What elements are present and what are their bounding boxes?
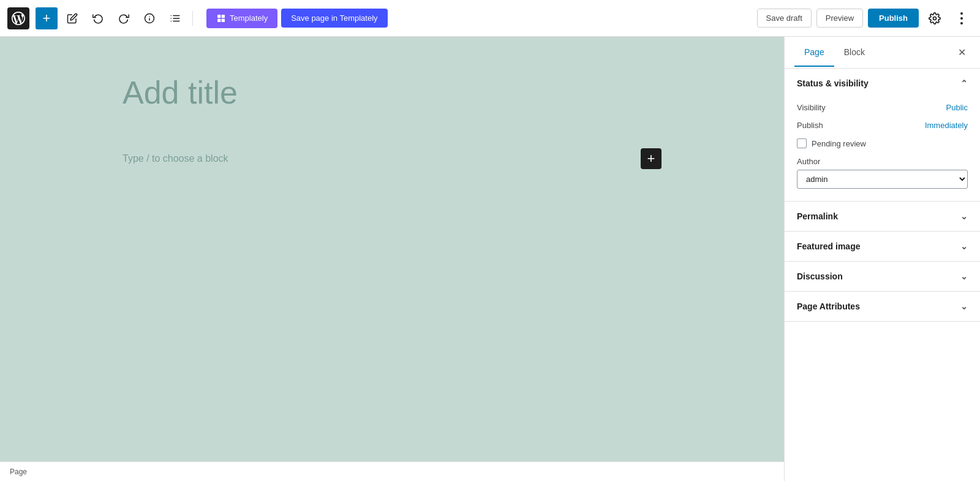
block-placeholder-text: Type / to choose a block [123, 153, 228, 164]
settings-button[interactable] [924, 7, 946, 29]
section-featured-image-header[interactable]: Featured image ⌄ [785, 232, 980, 261]
section-discussion: Discussion ⌄ [785, 262, 980, 292]
svg-point-16 [960, 22, 963, 25]
toolbar: + Templately Save page in Templately Sav… [0, 0, 980, 37]
chevron-down-icon-permalink: ⌄ [960, 211, 968, 221]
section-featured-image: Featured image ⌄ [785, 232, 980, 262]
pending-review-label: Pending review [812, 139, 866, 148]
toolbar-right: Save draft Preview Publish [757, 7, 973, 29]
section-status-visibility: Status & visibility ⌃ Visibility Public … [785, 69, 980, 202]
section-status-visibility-title: Status & visibility [797, 78, 869, 88]
toolbar-divider-1 [192, 11, 193, 26]
tools-button[interactable] [61, 7, 83, 29]
save-page-templately-button[interactable]: Save page in Templately [281, 9, 387, 28]
chevron-up-icon: ⌃ [960, 78, 968, 88]
section-discussion-header[interactable]: Discussion ⌄ [785, 262, 980, 291]
add-block-button[interactable]: + [36, 7, 58, 29]
undo-button[interactable] [87, 7, 109, 29]
more-options-button[interactable] [951, 7, 973, 29]
publish-label: Publish [797, 121, 823, 130]
section-status-visibility-header[interactable]: Status & visibility ⌃ [785, 69, 980, 98]
author-label: Author [797, 157, 968, 166]
section-permalink: Permalink ⌄ [785, 202, 980, 232]
wp-logo[interactable] [7, 7, 29, 29]
chevron-down-icon-featured: ⌄ [960, 241, 968, 251]
tab-block[interactable]: Block [834, 39, 875, 67]
preview-button[interactable]: Preview [816, 9, 863, 28]
author-select[interactable]: admin [797, 170, 968, 189]
sidebar-tabs: Page Block [794, 39, 875, 67]
svg-point-13 [933, 17, 937, 20]
section-page-attributes: Page Attributes ⌄ [785, 292, 980, 322]
svg-rect-9 [217, 15, 221, 18]
author-row: Author admin [797, 157, 968, 189]
visibility-value[interactable]: Public [946, 103, 968, 112]
chevron-down-icon-discussion: ⌄ [960, 271, 968, 281]
editor-area[interactable]: Add title Type / to choose a block + Pag… [0, 37, 784, 481]
main-layout: Add title Type / to choose a block + Pag… [0, 37, 980, 481]
pending-review-checkbox[interactable] [797, 138, 807, 148]
sidebar-body: Status & visibility ⌃ Visibility Public … [785, 69, 980, 481]
sidebar-close-button[interactable]: ✕ [953, 44, 970, 61]
svg-rect-12 [222, 18, 225, 21]
svg-point-14 [960, 12, 963, 15]
save-draft-button[interactable]: Save draft [757, 9, 812, 28]
svg-rect-10 [222, 15, 225, 18]
inline-add-block-button[interactable]: + [641, 148, 662, 169]
chevron-down-icon-page-attr: ⌄ [960, 301, 968, 311]
sidebar: Page Block ✕ Status & visibility ⌃ [784, 37, 980, 481]
templately-button[interactable]: Templately [206, 9, 277, 28]
info-button[interactable] [138, 7, 160, 29]
section-page-attributes-header[interactable]: Page Attributes ⌄ [785, 292, 980, 321]
section-discussion-title: Discussion [797, 271, 843, 281]
redo-button[interactable] [113, 7, 135, 29]
block-placeholder-row: Type / to choose a block + [123, 148, 662, 169]
visibility-label: Visibility [797, 103, 826, 112]
section-status-visibility-content: Visibility Public Publish Immediately Pe… [785, 98, 980, 201]
pending-review-row: Pending review [797, 138, 968, 148]
post-title[interactable]: Add title [123, 74, 662, 112]
section-permalink-header[interactable]: Permalink ⌄ [785, 202, 980, 231]
sidebar-header: Page Block ✕ [785, 37, 980, 69]
list-view-button[interactable] [164, 7, 186, 29]
section-page-attributes-title: Page Attributes [797, 301, 860, 311]
status-bar: Page [0, 461, 784, 481]
tab-page[interactable]: Page [794, 39, 834, 67]
section-permalink-title: Permalink [797, 211, 838, 221]
publish-value[interactable]: Immediately [925, 121, 968, 130]
visibility-row: Visibility Public [797, 103, 968, 112]
publish-row: Publish Immediately [797, 121, 968, 130]
status-bar-label: Page [10, 468, 27, 476]
svg-rect-11 [217, 18, 221, 21]
svg-point-15 [960, 17, 963, 20]
section-featured-image-title: Featured image [797, 241, 860, 251]
editor-content: Add title Type / to choose a block + [98, 74, 686, 169]
publish-button[interactable]: Publish [868, 9, 919, 28]
